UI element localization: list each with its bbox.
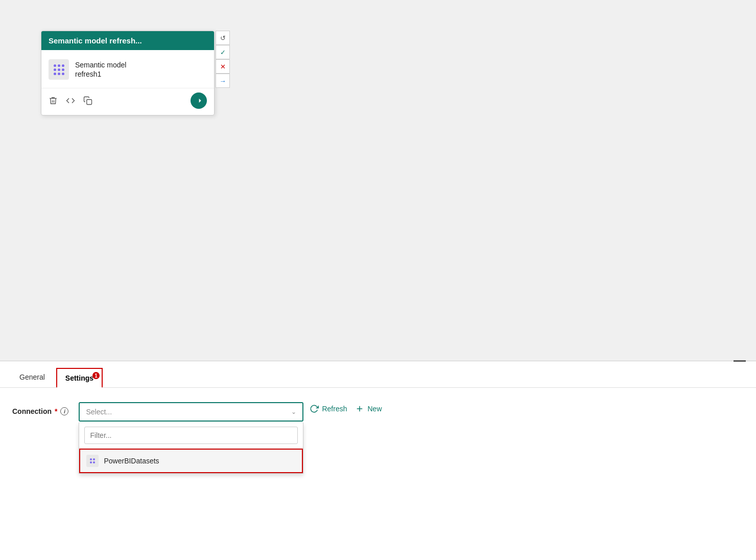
dot <box>54 73 56 75</box>
action-buttons: Refresh New <box>310 402 382 413</box>
dot <box>54 64 56 67</box>
svg-rect-0 <box>87 100 92 105</box>
tab-settings[interactable]: Settings 1 <box>56 368 103 387</box>
activity-name: Semantic model refresh1 <box>75 60 126 79</box>
dropdown-option-powerbidatasets[interactable]: PowerBIDatasets <box>79 449 303 473</box>
connection-select[interactable]: Select... ⌄ <box>79 402 303 422</box>
info-icon[interactable]: i <box>60 407 68 415</box>
side-connectors: ↺ ✓ ✕ → <box>216 31 230 88</box>
refresh-button[interactable]: Refresh <box>310 404 347 413</box>
option-dot <box>93 461 95 463</box>
dot <box>58 64 60 67</box>
copy-icon[interactable] <box>83 96 92 105</box>
option-dot <box>93 458 95 460</box>
go-button[interactable] <box>191 92 207 109</box>
settings-content: Connection * i Select... ⌄ <box>0 388 756 436</box>
bottom-panel: General Settings 1 Connection * i Select… <box>0 361 756 560</box>
dot <box>62 73 64 75</box>
canvas-area: Semantic model refresh... <box>0 0 756 361</box>
activity-card: Semantic model refresh... <box>41 31 215 115</box>
connection-dropdown-popup: PowerBIDatasets <box>79 423 303 474</box>
field-controls: Select... ⌄ <box>79 402 744 422</box>
code-icon[interactable] <box>66 96 75 105</box>
dots-grid-icon <box>52 62 66 77</box>
option-dot <box>90 458 92 460</box>
tabs-row: General Settings 1 <box>0 361 756 388</box>
chevron-down-icon: ⌄ <box>291 408 296 415</box>
dot <box>54 68 56 71</box>
option-label: PowerBIDatasets <box>104 457 159 465</box>
option-icon <box>86 455 99 467</box>
option-dots-grid <box>88 456 97 465</box>
dot <box>58 73 60 75</box>
minimize-bar[interactable] <box>734 360 746 362</box>
connector-error[interactable]: ✕ <box>216 59 230 74</box>
new-button[interactable]: New <box>355 404 382 413</box>
card-header: Semantic model refresh... <box>41 31 214 50</box>
connector-success[interactable]: ✓ <box>216 45 230 59</box>
card-body: Semantic model refresh1 <box>41 50 214 88</box>
dot <box>58 68 60 71</box>
dot <box>62 64 64 67</box>
connection-dropdown-wrapper: Select... ⌄ <box>79 402 303 422</box>
settings-badge: 1 <box>92 372 100 379</box>
delete-icon[interactable] <box>49 96 58 105</box>
card-footer <box>41 88 214 115</box>
activity-item: Semantic model refresh1 <box>49 56 207 83</box>
required-indicator: * <box>55 407 57 415</box>
filter-input[interactable] <box>84 427 298 444</box>
dot <box>62 68 64 71</box>
connector-refresh[interactable]: ↺ <box>216 31 230 45</box>
connector-arrow[interactable]: → <box>216 74 230 88</box>
activity-icon-box <box>49 59 69 80</box>
option-dot <box>90 461 92 463</box>
filter-wrapper <box>79 423 303 449</box>
connection-label: Connection * i <box>12 402 68 415</box>
tab-general[interactable]: General <box>10 367 54 387</box>
connection-field-row: Connection * i Select... ⌄ <box>12 402 744 422</box>
